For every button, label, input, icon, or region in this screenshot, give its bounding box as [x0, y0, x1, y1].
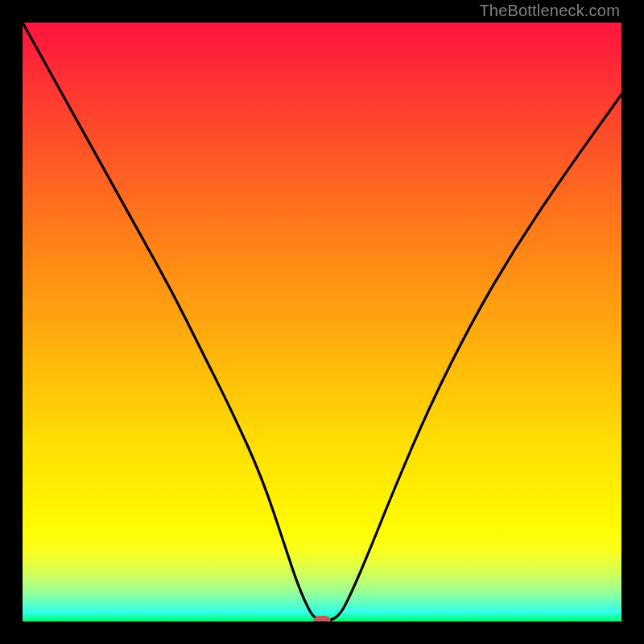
watermark-text: TheBottleneck.com	[479, 2, 620, 20]
bottleneck-curve	[23, 23, 621, 621]
chart-container: TheBottleneck.com	[0, 0, 644, 644]
optimum-marker	[313, 616, 331, 621]
plot-area	[23, 23, 621, 621]
